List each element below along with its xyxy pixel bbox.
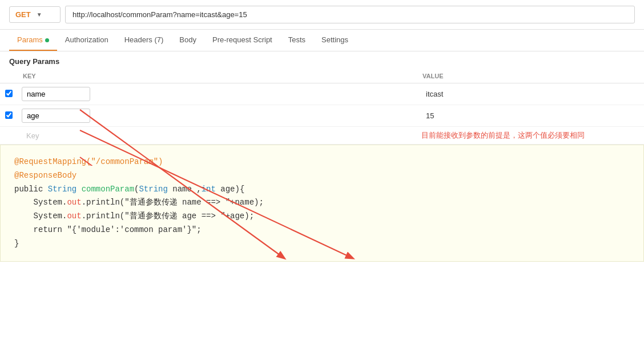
code-line-5: System.out.println("普通参数传递 age ==> "+age…: [14, 210, 630, 223]
row2-checkbox[interactable]: [5, 111, 13, 119]
code-line-1: @RequestMapping("/commonParam"): [14, 155, 630, 169]
row1-checkbox[interactable]: [5, 90, 13, 97]
col-checkbox-header: [0, 69, 17, 83]
empty-key-cell: Key: [17, 127, 417, 145]
code-block: @RequestMapping("/commonParam") @Respons…: [14, 155, 630, 251]
row1-checkbox-cell: [0, 83, 17, 105]
code-annotation: @RequestMapping("/commonParam"): [14, 157, 163, 166]
row2-key-input[interactable]: [22, 109, 90, 123]
row1-value-display: itcast: [421, 87, 448, 101]
annotation-text: 目前能接收到参数的前提是，这两个值必须要相同: [421, 129, 585, 142]
empty-key-placeholder: Key: [22, 128, 43, 143]
method-select[interactable]: GET ▼: [9, 6, 61, 23]
code-line-6: return "{'module':'common param'}";: [14, 223, 630, 237]
tab-params[interactable]: Params: [9, 30, 57, 51]
code-line-4: System.out.println("普通参数传递 name ==> "+na…: [14, 196, 630, 210]
code-annotation2: @ResponseBody: [14, 171, 77, 180]
row1-value-cell: itcast: [417, 83, 644, 105]
code-section: @RequestMapping("/commonParam") @Respons…: [0, 145, 644, 262]
method-label: GET: [15, 10, 31, 19]
tab-settings[interactable]: Settings: [313, 30, 356, 51]
code-line-2: @ResponseBody: [14, 169, 630, 183]
col-key-header: KEY: [17, 69, 417, 83]
table-row-empty: Key 目前能接收到参数的前提是，这两个值必须要相同: [0, 127, 644, 145]
row2-value-display: 15: [421, 109, 438, 122]
row2-value-cell: 15: [417, 105, 644, 127]
code-line-3: public String commonParam(String name ,i…: [14, 183, 630, 197]
row2-checkbox-cell: [0, 105, 17, 127]
method-chevron-icon: ▼: [37, 11, 42, 18]
table-row: 15: [0, 105, 644, 127]
row1-key-cell: [17, 83, 417, 105]
app-container: GET ▼ Params Authorization Headers (7) B…: [0, 0, 644, 262]
tab-tests[interactable]: Tests: [280, 30, 313, 51]
col-value-header: VALUE: [417, 69, 644, 83]
url-input[interactable]: [65, 6, 635, 23]
row2-key-cell: [17, 105, 417, 127]
params-panel: Query Params KEY VALUE: [0, 51, 644, 145]
row1-key-input[interactable]: [22, 87, 90, 101]
table-row: itcast: [0, 83, 644, 105]
query-params-title: Query Params: [0, 51, 644, 69]
empty-annotation-cell: 目前能接收到参数的前提是，这两个值必须要相同: [417, 127, 644, 145]
tab-headers[interactable]: Headers (7): [116, 30, 172, 51]
tab-authorization[interactable]: Authorization: [57, 30, 116, 51]
tab-body[interactable]: Body: [171, 30, 204, 51]
params-table: KEY VALUE itcast: [0, 69, 644, 145]
tab-prerequest[interactable]: Pre-request Script: [204, 30, 280, 51]
top-bar: GET ▼: [0, 0, 644, 30]
empty-checkbox-cell: [0, 127, 17, 145]
code-line-7: }: [14, 237, 630, 251]
tabs-row: Params Authorization Headers (7) Body Pr…: [0, 30, 644, 51]
params-dot: [45, 38, 49, 42]
